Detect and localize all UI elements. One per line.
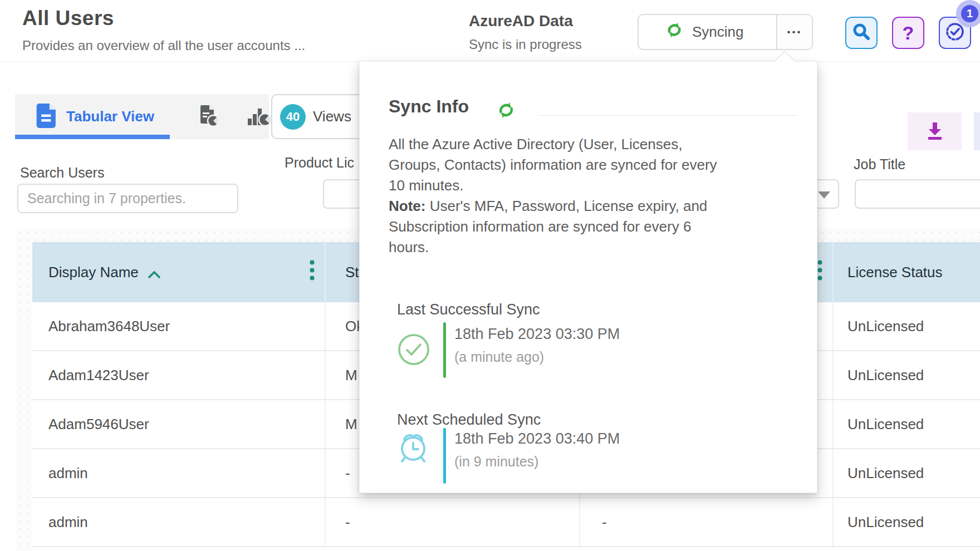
cell-license-status: UnLicensed	[832, 351, 980, 399]
azuread-sync-status: Sync is in progress	[469, 37, 582, 52]
download-icon	[925, 120, 945, 142]
sync-arrows-icon	[497, 101, 516, 122]
last-sync-label: Last Successful Sync	[397, 301, 540, 318]
product-license-label: Product Lic	[285, 155, 354, 171]
cell-license-status: UnLicensed	[832, 302, 980, 350]
cell-hidden: -	[579, 498, 832, 546]
job-title-label: Job Title	[854, 156, 905, 173]
next-sync-label: Next Scheduled Sync	[397, 411, 541, 429]
table-row[interactable]: admin - - UnLicensed	[32, 498, 980, 547]
sync-arrows-icon	[665, 21, 683, 43]
views-count-badge: 40	[280, 104, 306, 130]
notification-count-badge: 1	[961, 5, 978, 22]
sync-description-text: All the Azure Active Directory (User, Li…	[389, 136, 717, 194]
next-sync-time: 18th Feb 2023 03:40 PM	[454, 430, 620, 447]
sort-ascending-icon[interactable]	[148, 265, 161, 283]
select-caret-icon	[818, 191, 830, 199]
tab-tabular-label: Tabular View	[66, 108, 154, 125]
syncing-label: Syncing	[692, 23, 744, 41]
tab-report-view[interactable]	[196, 104, 222, 130]
divider	[538, 115, 797, 116]
download-button[interactable]	[908, 112, 962, 150]
azuread-data-title: AzureAD Data	[469, 12, 573, 30]
cell-license-status: UnLicensed	[832, 449, 980, 497]
search-users-input[interactable]	[17, 184, 238, 213]
column-header-display-name[interactable]: Display Name	[32, 242, 325, 302]
help-button[interactable]: ?	[892, 17, 924, 49]
document-pie-icon	[196, 103, 222, 131]
next-sync-relative: (in 9 minutes)	[454, 454, 538, 470]
search-icon	[851, 22, 871, 44]
success-check-icon	[396, 332, 431, 369]
active-tab-underline	[15, 135, 170, 139]
last-sync-accent-bar	[443, 322, 446, 378]
edge-partial-button[interactable]	[974, 112, 980, 150]
note-label: Note:	[389, 198, 425, 214]
cell-display-name: admin	[32, 449, 325, 497]
alarm-clock-icon	[394, 428, 432, 468]
column-menu-icon[interactable]	[817, 260, 822, 285]
note-text: User's MFA, Password, License expiry, an…	[389, 198, 707, 255]
search-button[interactable]	[845, 17, 878, 49]
last-sync-relative: (a minute ago)	[454, 349, 544, 365]
sync-description: All the Azure Active Directory (User, Li…	[389, 134, 758, 258]
cell-display-name: Adam1423User	[32, 351, 325, 399]
sync-info-title: Sync Info	[389, 96, 469, 117]
column-header-license-status[interactable]: License Status	[832, 242, 980, 302]
sync-info-popover: Sync Info All the Azure Active Directory…	[359, 61, 817, 493]
last-sync-time: 18th Feb 2023 03:30 PM	[454, 326, 620, 343]
page-title: All Users	[22, 7, 114, 30]
page-subtitle: Provides an overview of all the user acc…	[22, 38, 305, 53]
table-row-partial	[32, 547, 980, 551]
cell-display-name: Adam5946User	[32, 400, 325, 448]
next-sync-accent-bar	[443, 428, 446, 484]
app-window: All Users Provides an overview of all th…	[0, 0, 980, 551]
views-button[interactable]: 40 Views	[271, 94, 369, 139]
cell-display-name: Abraham3648User	[32, 302, 325, 350]
tab-tabular-view[interactable]: Tabular View	[15, 94, 170, 139]
cell-license-status: UnLicensed	[832, 498, 980, 546]
cell-status: -	[325, 498, 579, 546]
view-tabbar: Tabular View	[15, 94, 269, 139]
tab-chart-view[interactable]	[246, 104, 272, 130]
syncing-button[interactable]: Syncing	[639, 15, 776, 49]
page-header: All Users Provides an overview of all th…	[0, 0, 980, 62]
document-icon	[36, 104, 57, 130]
search-users-label: Search Users	[20, 165, 104, 181]
views-label: Views	[313, 108, 351, 125]
cell-license-status: UnLicensed	[832, 400, 980, 448]
column-menu-icon[interactable]	[310, 260, 315, 285]
sync-button-group: Syncing •••	[638, 14, 813, 50]
sync-more-button[interactable]: •••	[776, 15, 812, 49]
bar-pie-chart-icon	[246, 103, 272, 131]
dashed-circle-check-icon	[944, 21, 966, 45]
job-title-input[interactable]	[855, 179, 980, 209]
question-mark-icon: ?	[903, 22, 914, 44]
cell-display-name: admin	[32, 498, 325, 546]
